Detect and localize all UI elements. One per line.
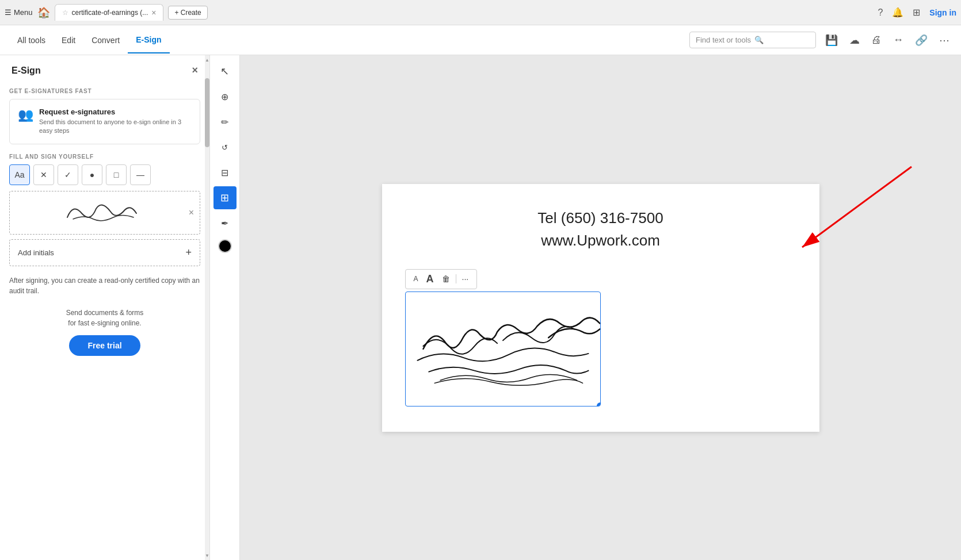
lasso-tool-button[interactable]: ⊟ (213, 161, 237, 184)
link-icon[interactable]: 🔗 (913, 32, 930, 49)
stamp-icon: ✒ (221, 218, 228, 229)
active-tab[interactable]: ☆ certificate-of-earnings (... × (55, 4, 164, 21)
new-tab-label: + Create (174, 9, 201, 17)
request-desc: Send this document to anyone to e-sign o… (39, 118, 192, 136)
tab-close-icon[interactable]: × (151, 8, 156, 17)
sig-toolbar-separator (456, 274, 456, 283)
tab-title: certificate-of-earnings (... (72, 9, 148, 17)
sidebar-scroll: GET E-SIGNATURES FAST 👥 Request e-signat… (0, 81, 209, 560)
sidebar-title: E-Sign (12, 66, 41, 76)
color-picker[interactable] (218, 239, 232, 253)
field-icon: ⊞ (220, 191, 229, 204)
doc-line2: www.Upwork.com (405, 229, 796, 252)
sig-large-a[interactable]: A (424, 272, 436, 286)
promo-line1: Send documents & forms (66, 309, 144, 317)
drawn-signature (406, 292, 600, 406)
more-icon[interactable]: ⋯ (937, 32, 952, 49)
sig-more-icon[interactable]: ··· (460, 273, 471, 285)
menu-label: Menu (14, 8, 33, 17)
fill-tool-check[interactable]: ✓ (58, 164, 78, 185)
browser-actions: ? 🔔 ⊞ Sign in (878, 7, 956, 18)
add-initials-label: Add initials (18, 248, 54, 257)
sidebar-close-icon[interactable]: × (192, 64, 198, 76)
fill-section-label: FILL AND SIGN YOURSELF (9, 154, 200, 160)
canvas-area: Tel (650) 316-7500 www.Upwork.com A A 🗑 … (240, 55, 961, 560)
apps-grid-icon[interactable]: ⊞ (913, 7, 920, 18)
esign-sidebar: E-Sign × GET E-SIGNATURES FAST 👥 Request… (0, 55, 210, 560)
esig-section-label: GET E-SIGNATURES FAST (9, 88, 200, 94)
hamburger-menu[interactable]: ☰ Menu (5, 8, 33, 17)
tab-area: ☆ certificate-of-earnings (... × + Creat… (55, 4, 874, 21)
sig-small-a[interactable]: A (411, 274, 421, 284)
signature-preview (16, 197, 189, 228)
fill-tool-line[interactable]: — (130, 164, 151, 185)
sidebar-scroll-thumb[interactable] (205, 78, 209, 147)
request-title: Request e-signatures (39, 108, 192, 116)
sign-in-button[interactable]: Sign in (929, 8, 956, 17)
upload-icon[interactable]: ☁ (847, 32, 862, 49)
sidebar-scrollbar[interactable]: ▲ ▼ (205, 55, 209, 560)
pencil-icon: ✏ (221, 117, 228, 128)
promo-line2: for fast e-signing online. (68, 319, 141, 327)
find-tools-input[interactable]: Find text or tools 🔍 (689, 32, 816, 48)
tab-star-icon: ☆ (62, 9, 68, 17)
signature-widget: A A 🗑 ··· (405, 269, 601, 406)
find-tools-text: Find text or tools (696, 36, 751, 44)
audit-text: After signing, you can create a read-onl… (9, 275, 200, 296)
field-tool-button[interactable]: ⊞ (213, 186, 237, 209)
eraser-icon: ↺ (222, 143, 228, 152)
notifications-icon[interactable]: 🔔 (892, 7, 903, 18)
request-esig-text: Request e-signatures Send this document … (39, 108, 192, 136)
nav-edit[interactable]: Edit (54, 28, 83, 53)
signature-canvas[interactable] (405, 291, 601, 406)
fill-tool-x[interactable]: ✕ (33, 164, 54, 185)
fill-tools-row: Aa ✕ ✓ ● □ — (9, 164, 200, 185)
share-icon[interactable]: ↔ (891, 32, 906, 48)
eraser-tool-button[interactable]: ↺ (213, 136, 237, 159)
sidebar-header: E-Sign × (0, 55, 209, 81)
fill-tool-text[interactable]: Aa (9, 164, 30, 185)
app-toolbar: All tools Edit Convert E-Sign Find text … (0, 25, 961, 55)
help-icon[interactable]: ? (878, 7, 883, 18)
nav-esign[interactable]: E-Sign (128, 27, 169, 53)
request-esig-icon: 👥 (18, 108, 33, 122)
pencil-tool-button[interactable]: ✏ (213, 110, 237, 133)
tool-strip: ↖ ⊕ ✏ ↺ ⊟ ⊞ ✒ (210, 55, 240, 560)
print-icon[interactable]: 🖨 (869, 32, 884, 48)
select-tool-button[interactable]: ↖ (213, 60, 237, 83)
add-initials-plus-icon: + (185, 247, 192, 259)
new-tab-button[interactable]: + Create (168, 6, 207, 20)
browser-bar: ☰ Menu 🏠 ☆ certificate-of-earnings (... … (0, 0, 961, 25)
free-trial-button[interactable]: Free trial (69, 335, 140, 356)
search-icon: 🔍 (754, 36, 764, 44)
lasso-icon: ⊟ (221, 167, 228, 178)
main-layout: E-Sign × GET E-SIGNATURES FAST 👥 Request… (0, 55, 961, 560)
request-esig-card[interactable]: 👥 Request e-signatures Send this documen… (9, 99, 200, 144)
nav-all-tools[interactable]: All tools (9, 28, 54, 53)
sig-delete-icon[interactable]: 🗑 (440, 273, 452, 285)
sig-toolbar: A A 🗑 ··· (405, 269, 478, 289)
signature-remove-icon[interactable]: × (189, 208, 194, 218)
save-icon[interactable]: 💾 (823, 32, 840, 49)
add-tool-button[interactable]: ⊕ (213, 85, 237, 108)
document-page: Tel (650) 316-7500 www.Upwork.com A A 🗑 … (382, 184, 819, 432)
promo-section: Send documents & forms for fast e-signin… (9, 303, 200, 360)
nav-convert[interactable]: Convert (83, 28, 128, 53)
hamburger-icon: ☰ (5, 8, 12, 17)
add-initials-button[interactable]: Add initials + (9, 239, 200, 266)
svg-line-1 (802, 167, 912, 247)
home-icon[interactable]: 🏠 (37, 6, 50, 19)
signature-box[interactable]: × (9, 191, 200, 235)
add-icon: ⊕ (221, 91, 228, 102)
promo-text: Send documents & forms for fast e-signin… (9, 308, 200, 328)
fill-tool-rect[interactable]: □ (106, 164, 127, 185)
select-icon: ↖ (220, 65, 229, 78)
doc-content: Tel (650) 316-7500 www.Upwork.com (405, 207, 796, 252)
toolbar-right: Find text or tools 🔍 💾 ☁ 🖨 ↔ 🔗 ⋯ (689, 32, 952, 49)
signature-svg (62, 197, 142, 226)
stamp-tool-button[interactable]: ✒ (213, 212, 237, 235)
fill-tool-dot[interactable]: ● (82, 164, 102, 185)
doc-line1: Tel (650) 316-7500 (405, 207, 796, 229)
toolbar-nav: All tools Edit Convert E-Sign (9, 27, 170, 53)
